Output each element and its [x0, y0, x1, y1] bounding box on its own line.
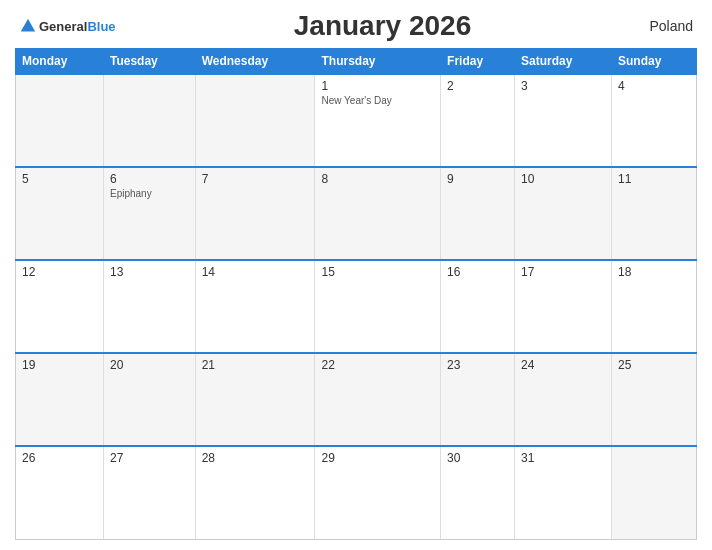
day-number: 14 — [202, 265, 309, 279]
logo-general: GeneralBlue — [39, 17, 116, 35]
calendar-cell: 29 — [315, 446, 441, 539]
calendar-cell: 19 — [16, 353, 104, 446]
calendar-table: Monday Tuesday Wednesday Thursday Friday… — [15, 48, 697, 540]
weekday-header-row: Monday Tuesday Wednesday Thursday Friday… — [16, 49, 697, 75]
day-number: 18 — [618, 265, 690, 279]
day-number: 23 — [447, 358, 508, 372]
country-label: Poland — [649, 18, 693, 34]
calendar-week-row: 12131415161718 — [16, 260, 697, 353]
calendar-cell: 5 — [16, 167, 104, 260]
day-number: 28 — [202, 451, 309, 465]
calendar-cell — [16, 74, 104, 167]
day-number: 19 — [22, 358, 97, 372]
day-number: 29 — [321, 451, 434, 465]
calendar-cell: 12 — [16, 260, 104, 353]
day-number: 13 — [110, 265, 189, 279]
day-number: 25 — [618, 358, 690, 372]
calendar-cell: 4 — [612, 74, 697, 167]
day-number: 24 — [521, 358, 605, 372]
day-number: 8 — [321, 172, 434, 186]
day-number: 20 — [110, 358, 189, 372]
calendar-cell: 27 — [103, 446, 195, 539]
day-number: 6 — [110, 172, 189, 186]
calendar-cell: 9 — [441, 167, 515, 260]
calendar-cell — [103, 74, 195, 167]
calendar-cell: 30 — [441, 446, 515, 539]
header-saturday: Saturday — [514, 49, 611, 75]
header-friday: Friday — [441, 49, 515, 75]
calendar-cell: 10 — [514, 167, 611, 260]
day-number: 30 — [447, 451, 508, 465]
day-number: 5 — [22, 172, 97, 186]
calendar-cell: 25 — [612, 353, 697, 446]
header-wednesday: Wednesday — [195, 49, 315, 75]
calendar-cell: 24 — [514, 353, 611, 446]
day-number: 22 — [321, 358, 434, 372]
calendar-cell: 11 — [612, 167, 697, 260]
day-number: 16 — [447, 265, 508, 279]
calendar-cell: 23 — [441, 353, 515, 446]
header-sunday: Sunday — [612, 49, 697, 75]
day-number: 3 — [521, 79, 605, 93]
calendar-cell — [195, 74, 315, 167]
calendar-cell: 13 — [103, 260, 195, 353]
header-monday: Monday — [16, 49, 104, 75]
header-thursday: Thursday — [315, 49, 441, 75]
calendar-cell: 7 — [195, 167, 315, 260]
month-title: January 2026 — [116, 10, 650, 42]
calendar-cell: 15 — [315, 260, 441, 353]
event-label: Epiphany — [110, 188, 189, 199]
day-number: 10 — [521, 172, 605, 186]
day-number: 21 — [202, 358, 309, 372]
calendar-cell: 20 — [103, 353, 195, 446]
calendar-cell: 6Epiphany — [103, 167, 195, 260]
day-number: 11 — [618, 172, 690, 186]
day-number: 12 — [22, 265, 97, 279]
calendar-week-row: 262728293031 — [16, 446, 697, 539]
calendar-week-row: 19202122232425 — [16, 353, 697, 446]
day-number: 27 — [110, 451, 189, 465]
calendar-cell: 21 — [195, 353, 315, 446]
calendar-cell — [612, 446, 697, 539]
calendar-cell: 2 — [441, 74, 515, 167]
calendar-cell: 22 — [315, 353, 441, 446]
event-label: New Year's Day — [321, 95, 434, 106]
day-number: 2 — [447, 79, 508, 93]
calendar-cell: 17 — [514, 260, 611, 353]
calendar-cell: 8 — [315, 167, 441, 260]
header-tuesday: Tuesday — [103, 49, 195, 75]
day-number: 26 — [22, 451, 97, 465]
calendar-week-row: 1New Year's Day234 — [16, 74, 697, 167]
day-number: 17 — [521, 265, 605, 279]
calendar-cell: 14 — [195, 260, 315, 353]
day-number: 7 — [202, 172, 309, 186]
calendar-header: GeneralBlue January 2026 Poland — [15, 10, 697, 42]
calendar-week-row: 56Epiphany7891011 — [16, 167, 697, 260]
calendar-cell: 31 — [514, 446, 611, 539]
day-number: 1 — [321, 79, 434, 93]
calendar-cell: 26 — [16, 446, 104, 539]
calendar-cell: 1New Year's Day — [315, 74, 441, 167]
day-number: 9 — [447, 172, 508, 186]
day-number: 31 — [521, 451, 605, 465]
calendar-cell: 18 — [612, 260, 697, 353]
svg-marker-0 — [21, 19, 35, 32]
calendar-cell: 28 — [195, 446, 315, 539]
logo-icon — [19, 17, 37, 35]
day-number: 15 — [321, 265, 434, 279]
logo: GeneralBlue — [19, 17, 116, 35]
calendar-cell: 16 — [441, 260, 515, 353]
calendar-cell: 3 — [514, 74, 611, 167]
day-number: 4 — [618, 79, 690, 93]
calendar-container: GeneralBlue January 2026 Poland Monday T… — [0, 0, 712, 550]
